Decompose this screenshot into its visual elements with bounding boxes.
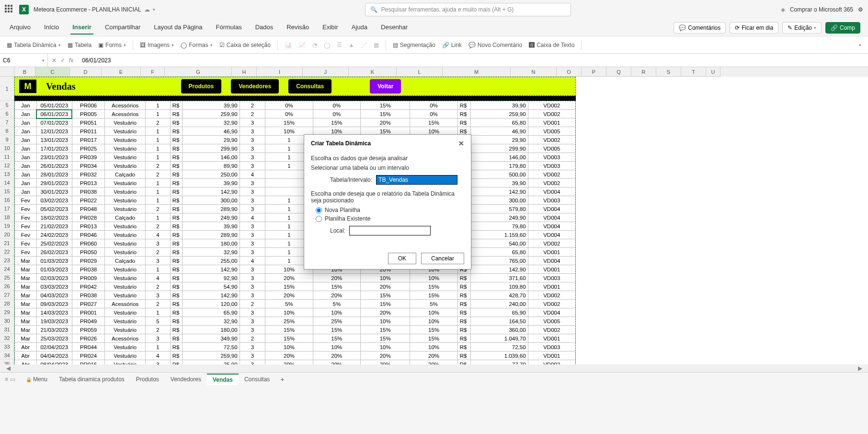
col-header-T[interactable]: T xyxy=(681,67,706,77)
images-button[interactable]: 🖼 Imagens ▾ xyxy=(140,42,174,48)
sheet-tab-consultas[interactable]: Consultas xyxy=(239,374,275,385)
chart-bar-icon[interactable]: ☰ xyxy=(337,42,342,48)
slicer-button[interactable]: ▤ Segmentação xyxy=(393,42,435,48)
table-row[interactable]: Fev26/02/2023PR050Vestuário2R$32,9031R$6… xyxy=(15,248,576,257)
col-header-R[interactable]: R xyxy=(631,67,656,77)
formula-input[interactable]: 06/01/2023 xyxy=(77,57,868,64)
row-header-32[interactable]: 32 xyxy=(0,334,14,342)
close-icon[interactable]: ✕ xyxy=(458,140,464,147)
scroll-left-icon[interactable]: ◀ xyxy=(5,365,11,372)
row-header-8[interactable]: 8 xyxy=(0,127,14,135)
table-row[interactable]: Jan28/01/2023PR032Calçado2R$250,004R$500… xyxy=(15,170,576,179)
table-row[interactable]: Jan07/01/2023PR051Vestuário2R$32,90315%1… xyxy=(15,118,576,127)
table-row[interactable]: Jan26/01/2023PR034Vestuário2R$89,9031R$1… xyxy=(15,162,576,170)
chart-column-icon[interactable]: 📊 xyxy=(285,42,292,48)
row-header-22[interactable]: 22 xyxy=(0,247,14,256)
vendedores-button[interactable]: Vendedores xyxy=(231,79,279,94)
col-header-I[interactable]: I xyxy=(257,67,303,77)
row-header-28[interactable]: 28 xyxy=(0,299,14,308)
col-header-E[interactable]: E xyxy=(102,67,141,77)
table-button[interactable]: ▦ Tabela xyxy=(68,42,91,48)
ribbon-collapse-icon[interactable]: ▾ xyxy=(859,43,861,47)
row-header-27[interactable]: 27 xyxy=(0,291,14,299)
col-header-L[interactable]: L xyxy=(397,67,443,77)
checkbox-button[interactable]: ☑ Caixa de seleção xyxy=(219,42,271,48)
table-row[interactable]: Abr08/04/2023PR016Vestuário3R$25,90320%2… xyxy=(15,360,576,365)
chart-area-icon[interactable]: ▲ xyxy=(349,42,354,48)
tab-ajuda[interactable]: Ajuda xyxy=(350,21,369,35)
table-row[interactable]: Jan29/01/2023PR013Vestuário1R$39,903R$39… xyxy=(15,179,576,188)
new-comment-button[interactable]: 💬 Novo Comentário xyxy=(468,42,522,48)
horizontal-scrollbar[interactable]: ◀ ▶ xyxy=(0,364,868,372)
document-title[interactable]: Meteora Ecommerce - PLANILHA INICIAL ☁ ▾ xyxy=(34,6,155,13)
consultas-button[interactable]: Consultas xyxy=(288,79,331,94)
row-header-24[interactable]: 24 xyxy=(0,265,14,273)
voltar-button[interactable]: Voltar xyxy=(370,79,401,94)
table-row[interactable]: Mar14/03/2023PR001Vestuário1R$65,90310%1… xyxy=(15,308,576,317)
table-row[interactable]: Abr04/04/2023PR024Vestuário4R$259,90320%… xyxy=(15,352,576,360)
name-box[interactable]: C6▾ xyxy=(0,54,48,67)
row-header-11[interactable]: 11 xyxy=(0,152,14,161)
table-row[interactable]: Jan13/01/2023PR017Vestuário1R$29,9031R$2… xyxy=(15,136,576,144)
textbox-button[interactable]: 🅰 Caixa de Texto xyxy=(529,42,574,48)
chart-pie-icon[interactable]: ◔ xyxy=(312,42,317,48)
row-header-10[interactable]: 10 xyxy=(0,144,14,152)
table-row[interactable]: Fev03/02/2023PR022Vestuário1R$300,0031R$… xyxy=(15,196,576,205)
tab-início[interactable]: Início xyxy=(42,21,61,35)
table-row[interactable]: Jan23/01/2023PR039Vestuário1R$146,0031R$… xyxy=(15,153,576,162)
table-row[interactable]: Mar19/03/2023PR049Vestuário5R$32,90325%2… xyxy=(15,317,576,326)
col-header-P[interactable]: P xyxy=(582,67,606,77)
table-row[interactable]: Jan17/01/2023PR025Vestuário1R$299,9031R$… xyxy=(15,144,576,153)
table-row[interactable]: Mar04/03/2023PR038Vestuário3R$142,90320%… xyxy=(15,291,576,300)
table-row[interactable]: Jan05/01/2023PR006Acessórios1R$39,9020%0… xyxy=(15,101,576,110)
col-header-N[interactable]: N xyxy=(511,67,557,77)
row-header-18[interactable]: 18 xyxy=(0,213,14,222)
ok-button[interactable]: OK xyxy=(388,253,416,264)
table-row[interactable]: Fev24/02/2023PR046Vestuário4R$289,9031R$… xyxy=(15,231,576,239)
tab-revisão[interactable]: Revisão xyxy=(285,21,311,35)
sheet-tab-vendedores[interactable]: Vendedores xyxy=(165,374,207,385)
col-header-Q[interactable]: Q xyxy=(606,67,631,77)
row-header-6[interactable]: 6 xyxy=(0,109,14,118)
chart-scatter-icon[interactable]: ⋰ xyxy=(361,42,367,48)
catchup-button[interactable]: ⟳ Ficar em dia xyxy=(730,22,778,34)
row-header-35[interactable]: 35 xyxy=(0,360,14,364)
col-header-C[interactable]: C xyxy=(35,67,70,77)
forms-button[interactable]: ▣ Forms ▾ xyxy=(98,42,126,48)
row-header-25[interactable]: 25 xyxy=(0,273,14,282)
sheet-tab-tabela-dinamica-produtos[interactable]: Tabela dinamica produtos xyxy=(53,374,130,385)
col-header-B[interactable]: B xyxy=(14,67,35,77)
table-row[interactable]: Mar21/03/2023PR059Vestuário2R$180,00315%… xyxy=(15,326,576,334)
add-sheet-button[interactable]: + xyxy=(276,374,288,385)
tab-dados[interactable]: Dados xyxy=(253,21,275,35)
new-sheet-radio[interactable]: Nova Planilha xyxy=(316,207,464,213)
table-row[interactable]: Fev18/02/2023PR028Calçado1R$249,9041R$24… xyxy=(15,213,576,222)
sheet-tab-vendas[interactable]: Vendas xyxy=(207,374,239,385)
comments-button[interactable]: 💬 Comentários xyxy=(674,22,726,34)
pivot-table-button[interactable]: ▦ Tabela Dinâmica ▾ xyxy=(7,42,61,48)
sheet-tab-menu[interactable]: 🔒Menu xyxy=(20,374,53,385)
table-row[interactable]: Abr02/04/2023PR044Vestuário1R$72,50310%1… xyxy=(15,343,576,352)
col-header-S[interactable]: S xyxy=(656,67,681,77)
chart-donut-icon[interactable]: ◯ xyxy=(324,42,330,48)
scroll-right-icon[interactable]: ▶ xyxy=(857,365,863,372)
row-header-7[interactable]: 7 xyxy=(0,118,14,127)
table-row[interactable]: Mar01/03/2023PR029Calçado3R$255,0041R$76… xyxy=(15,257,576,265)
table-range-input[interactable] xyxy=(376,175,457,185)
chart-line-icon[interactable]: 📈 xyxy=(298,42,306,48)
editing-mode-button[interactable]: ✎ Edição ▾ xyxy=(782,22,822,34)
buy-microsoft-link[interactable]: Comprar o Microsoft 365 xyxy=(790,6,853,13)
row-header-15[interactable]: 15 xyxy=(0,187,14,196)
col-header-D[interactable]: D xyxy=(70,67,102,77)
table-row[interactable]: Jan30/01/2023PR038Vestuário1R$142,903R$1… xyxy=(15,188,576,196)
tab-arquivo[interactable]: Arquivo xyxy=(8,21,33,35)
location-input[interactable] xyxy=(349,226,431,235)
row-header-14[interactable]: 14 xyxy=(0,178,14,187)
gear-icon[interactable]: ⚙ xyxy=(858,6,863,13)
table-row[interactable]: Mar02/03/2023PR009Vestuário4R$92,90320%2… xyxy=(15,274,576,282)
row-header-12[interactable]: 12 xyxy=(0,161,14,170)
row-header-20[interactable]: 20 xyxy=(0,230,14,239)
fx-icon[interactable]: fx xyxy=(69,57,73,64)
col-header-F[interactable]: F xyxy=(141,67,165,77)
table-row[interactable]: Fev21/02/2023PR013Vestuário2R$39,9031R$7… xyxy=(15,222,576,231)
